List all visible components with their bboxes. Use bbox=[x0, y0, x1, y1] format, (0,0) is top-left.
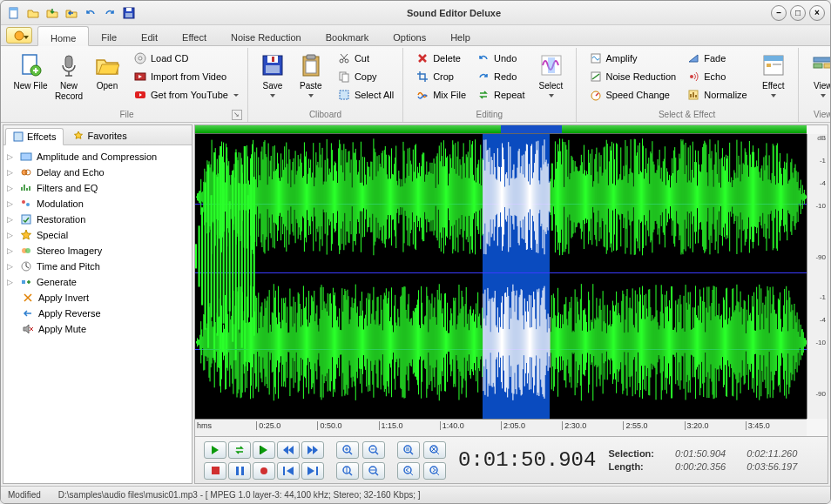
qat-open-icon[interactable] bbox=[25, 5, 41, 21]
qat-new-icon[interactable] bbox=[6, 5, 22, 21]
svg-rect-302 bbox=[403, 151, 404, 243]
zoom-in-button[interactable] bbox=[336, 441, 359, 459]
tree-leaf-invert[interactable]: Apply Invert bbox=[5, 290, 190, 306]
expand-icon[interactable]: ▷ bbox=[7, 246, 16, 255]
tree-cat-filters[interactable]: ▷Filters and EQ bbox=[5, 180, 190, 196]
undo-button[interactable]: Undo bbox=[473, 50, 528, 67]
svg-rect-173 bbox=[287, 184, 288, 211]
select-button[interactable]: Select bbox=[532, 50, 571, 99]
zoom-right-button[interactable] bbox=[423, 462, 446, 480]
overview-bar[interactable] bbox=[195, 125, 807, 134]
tab-bookmark[interactable]: Bookmark bbox=[314, 25, 382, 45]
svg-rect-1096 bbox=[506, 297, 507, 387]
minimize-button[interactable]: – bbox=[771, 5, 787, 21]
save-button[interactable]: Save bbox=[253, 50, 292, 99]
qat-back-icon[interactable] bbox=[64, 5, 79, 21]
maximize-button[interactable]: □ bbox=[790, 5, 806, 21]
tab-file[interactable]: File bbox=[89, 25, 129, 45]
svg-rect-946 bbox=[371, 313, 372, 371]
open-button[interactable]: Open bbox=[88, 50, 126, 93]
tab-edit[interactable]: Edit bbox=[129, 25, 170, 45]
effects-tree[interactable]: ▷Amplitude and Compression ▷Delay and Ec… bbox=[3, 145, 192, 483]
tree-cat-modulation[interactable]: ▷Modulation bbox=[5, 196, 190, 212]
record-button[interactable] bbox=[253, 462, 275, 480]
tree-leaf-mute[interactable]: Apply Mute bbox=[5, 321, 190, 337]
repeat-button[interactable]: Repeat bbox=[473, 86, 528, 104]
delete-button[interactable]: Delete bbox=[412, 50, 470, 67]
redo-button[interactable]: Redo bbox=[473, 68, 528, 85]
stop-button[interactable] bbox=[204, 462, 226, 480]
normalize-button[interactable]: Normalize bbox=[683, 86, 751, 104]
zoom-selection-button[interactable] bbox=[397, 441, 420, 459]
expand-icon[interactable]: ▷ bbox=[7, 231, 16, 239]
new-record-button[interactable]: New Record bbox=[50, 50, 88, 104]
zoom-fit-button[interactable] bbox=[423, 441, 446, 459]
tree-cat-time-pitch[interactable]: ▷Time and Pitch bbox=[5, 259, 190, 274]
view-button[interactable]: View bbox=[804, 50, 831, 99]
tab-home[interactable]: Home bbox=[37, 26, 89, 46]
go-start-button[interactable] bbox=[277, 462, 300, 480]
overview-selection[interactable] bbox=[501, 125, 562, 133]
tree-cat-stereo[interactable]: ▷Stereo Imagery bbox=[5, 243, 190, 259]
expand-icon[interactable]: ▷ bbox=[7, 278, 16, 286]
copy-button[interactable]: Copy bbox=[334, 68, 397, 85]
pause-button[interactable] bbox=[228, 462, 251, 480]
qat-save-icon[interactable] bbox=[121, 5, 137, 21]
time-ruler[interactable]: hms 0:25.0 0:50.0 1:15.0 1:40.0 2:05.0 2… bbox=[195, 419, 807, 436]
paste-button[interactable]: Paste bbox=[292, 50, 330, 99]
expand-icon[interactable]: ▷ bbox=[7, 184, 16, 192]
tab-favorites[interactable]: Favorites bbox=[65, 127, 134, 144]
speed-change-button[interactable]: Speed Change bbox=[585, 86, 680, 104]
svg-rect-1034 bbox=[450, 308, 451, 376]
loop-button[interactable] bbox=[228, 441, 251, 459]
tab-effect[interactable]: Effect bbox=[170, 25, 219, 45]
tree-cat-restoration[interactable]: ▷Restoration bbox=[5, 212, 190, 227]
import-video-button[interactable]: Import from Video bbox=[130, 68, 242, 85]
zoom-in-v-button[interactable] bbox=[336, 462, 359, 480]
close-button[interactable]: × bbox=[809, 5, 825, 21]
expand-icon[interactable]: ▷ bbox=[7, 152, 16, 161]
play-selection-button[interactable] bbox=[253, 441, 275, 459]
new-file-button[interactable]: New File bbox=[11, 50, 50, 93]
qat-import-icon[interactable] bbox=[44, 5, 60, 21]
fade-button[interactable]: Fade bbox=[683, 50, 751, 67]
tree-leaf-reverse[interactable]: Apply Reverse bbox=[5, 306, 190, 321]
go-end-button[interactable] bbox=[301, 462, 324, 480]
waveform-canvas[interactable] bbox=[195, 134, 807, 419]
svg-rect-361 bbox=[456, 157, 457, 238]
svg-rect-1105 bbox=[514, 312, 515, 373]
expand-icon[interactable]: ▷ bbox=[7, 262, 16, 271]
rewind-button[interactable] bbox=[277, 441, 300, 459]
zoom-left-button[interactable] bbox=[397, 462, 420, 480]
amplify-button[interactable]: Amplify bbox=[585, 50, 680, 67]
tree-cat-delay[interactable]: ▷Delay and Echo bbox=[5, 165, 190, 180]
tab-noise-reduction[interactable]: Noise Reduction bbox=[219, 25, 314, 45]
get-youtube-button[interactable]: Get from YouTube bbox=[130, 86, 242, 104]
forward-button[interactable] bbox=[301, 441, 324, 459]
svg-rect-867 bbox=[301, 326, 301, 358]
zoom-out-v-button[interactable] bbox=[362, 462, 385, 480]
noise-reduction-button[interactable]: Noise Reduction bbox=[585, 68, 680, 85]
expand-icon[interactable]: ▷ bbox=[7, 168, 16, 177]
crop-button[interactable]: Crop bbox=[412, 68, 470, 85]
tab-help[interactable]: Help bbox=[438, 25, 483, 45]
tab-options[interactable]: Options bbox=[381, 25, 438, 45]
qat-redo-icon[interactable] bbox=[102, 5, 118, 21]
load-cd-button[interactable]: Load CD bbox=[130, 50, 242, 67]
expand-icon[interactable]: ▷ bbox=[7, 215, 16, 224]
echo-button[interactable]: Echo bbox=[683, 68, 751, 85]
mix-file-button[interactable]: Mix File bbox=[412, 86, 470, 104]
qat-undo-icon[interactable] bbox=[83, 5, 98, 21]
expand-icon[interactable]: ▷ bbox=[7, 199, 16, 208]
select-all-button[interactable]: Select All bbox=[334, 86, 397, 104]
tree-cat-amplitude[interactable]: ▷Amplitude and Compression bbox=[5, 149, 190, 165]
tab-effects[interactable]: Effcets bbox=[5, 128, 64, 145]
app-menu-button[interactable] bbox=[6, 27, 32, 44]
cut-button[interactable]: Cut bbox=[334, 50, 397, 67]
file-dialog-launcher[interactable]: ↘ bbox=[232, 110, 242, 120]
zoom-out-button[interactable] bbox=[362, 441, 385, 459]
tree-cat-special[interactable]: ▷Special bbox=[5, 227, 190, 243]
play-button[interactable] bbox=[204, 441, 226, 459]
effect-button[interactable]: Effect bbox=[754, 50, 793, 99]
tree-cat-generate[interactable]: ▷Generate bbox=[5, 274, 190, 290]
